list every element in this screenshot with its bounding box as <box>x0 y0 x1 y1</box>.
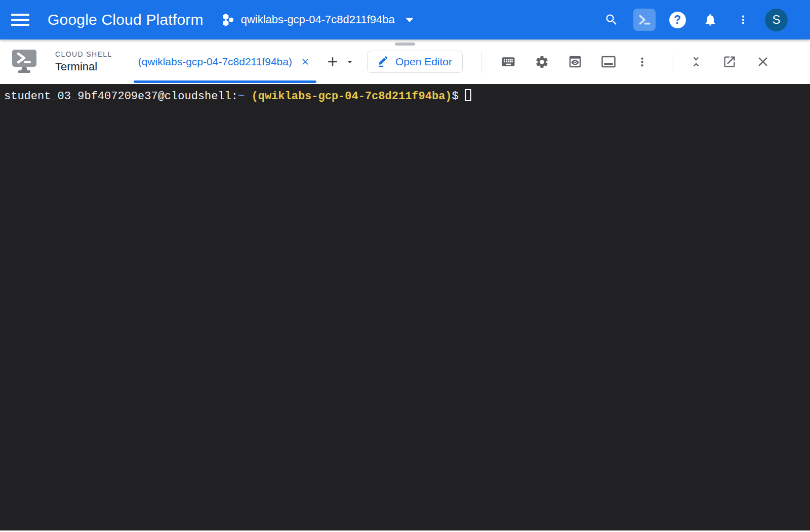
project-name: qwiklabs-gcp-04-7c8d211f94ba <box>241 13 395 26</box>
activate-cloud-shell-button[interactable] <box>633 9 656 31</box>
cloud-shell-icon <box>638 13 651 26</box>
gcp-logo[interactable]: Google Cloud Platform <box>48 11 204 28</box>
dock-panel-icon <box>601 54 616 69</box>
prompt-user-host: student_03_9bf407209e37@cloudshell: <box>4 90 238 103</box>
avatar[interactable]: S <box>765 9 788 31</box>
terminal-settings-button[interactable] <box>530 50 553 73</box>
header-actions: ? S <box>600 9 788 31</box>
minimize-panel-button[interactable] <box>684 50 708 73</box>
more-options-button[interactable] <box>732 9 754 31</box>
notifications-bell-icon <box>703 13 717 27</box>
cloud-shell-terminal-logo <box>11 49 37 74</box>
shell-more-options-button[interactable] <box>630 50 654 73</box>
navigation-menu-button[interactable] <box>8 8 32 32</box>
open-in-new-icon <box>722 55 737 69</box>
prompt-dollar-sign: $ <box>452 90 459 103</box>
toolbar-divider <box>672 51 672 73</box>
project-selector[interactable]: qwiklabs-gcp-04-7c8d211f94ba <box>221 13 414 27</box>
toolbar-divider <box>481 51 481 73</box>
terminal-area[interactable]: student_03_9bf407209e37@cloudshell:~ (qw… <box>0 84 810 530</box>
cloud-shell-toolbar: CLOUD SHELL Terminal (qwiklabs-gcp-04-7c… <box>0 39 810 84</box>
hamburger-icon <box>11 13 29 27</box>
close-icon <box>300 57 310 67</box>
web-preview-button[interactable] <box>563 50 587 73</box>
cloud-shell-window: Google Cloud Platform qwiklabs-gcp-04-7c… <box>0 0 810 532</box>
dock-panel-button[interactable] <box>597 50 620 73</box>
send-key-combination-button[interactable] <box>497 50 520 73</box>
prompt-path: ~ <box>238 90 245 103</box>
keyboard-icon <box>501 54 516 69</box>
settings-gear-icon <box>535 55 549 69</box>
web-preview-icon <box>568 54 583 69</box>
plus-icon <box>325 54 340 69</box>
notifications-button[interactable] <box>699 9 721 31</box>
gcp-header: Google Cloud Platform qwiklabs-gcp-04-7c… <box>0 0 810 39</box>
search-button[interactable] <box>600 9 623 31</box>
open-editor-label: Open Editor <box>395 56 452 68</box>
panel-resize-handle[interactable] <box>395 43 415 46</box>
chevron-down-icon <box>344 55 356 68</box>
project-hexagons-icon <box>221 13 234 27</box>
help-button[interactable]: ? <box>666 9 688 31</box>
close-icon <box>755 54 771 69</box>
collapse-icon <box>689 55 703 69</box>
open-in-new-window-button[interactable] <box>718 50 741 73</box>
close-tab-button[interactable] <box>299 55 312 68</box>
more-vert-icon <box>737 13 750 26</box>
panel-title: Terminal <box>55 60 112 73</box>
more-vert-icon <box>635 55 649 69</box>
new-tab-menu-button[interactable] <box>344 51 356 73</box>
terminal-prompt-line: student_03_9bf407209e37@cloudshell:~ (qw… <box>4 89 806 104</box>
add-tab-button[interactable] <box>321 51 344 73</box>
close-shell-button[interactable] <box>751 50 775 73</box>
terminal-cursor <box>465 89 471 101</box>
pencil-edit-icon <box>378 56 389 67</box>
terminal-tab[interactable]: (qwiklabs-gcp-04-7c8d211f94ba) <box>133 39 317 84</box>
prompt-project: (qwiklabs-gcp-04-7c8d211f94ba) <box>245 90 452 103</box>
terminal-tab-label: (qwiklabs-gcp-04-7c8d211f94ba) <box>138 56 292 68</box>
cloud-shell-eyebrow: CLOUD SHELL <box>55 50 112 58</box>
search-icon <box>604 13 619 27</box>
chevron-down-icon <box>405 17 414 23</box>
cloud-shell-title-block: CLOUD SHELL Terminal <box>55 50 112 73</box>
help-icon: ? <box>669 12 686 28</box>
open-editor-button[interactable]: Open Editor <box>367 51 463 73</box>
